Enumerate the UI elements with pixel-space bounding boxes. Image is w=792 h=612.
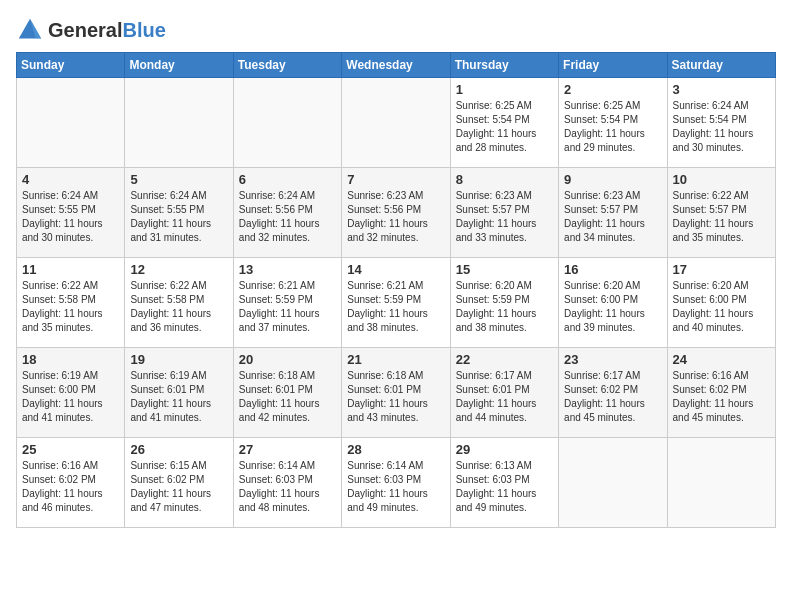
day-number: 14 (347, 262, 444, 277)
day-info: Sunrise: 6:24 AM Sunset: 5:55 PM Dayligh… (130, 189, 227, 245)
day-header-sunday: Sunday (17, 53, 125, 78)
logo-text: GeneralBlue (48, 19, 166, 41)
day-number: 2 (564, 82, 661, 97)
day-info: Sunrise: 6:23 AM Sunset: 5:56 PM Dayligh… (347, 189, 444, 245)
day-info: Sunrise: 6:14 AM Sunset: 6:03 PM Dayligh… (347, 459, 444, 515)
calendar-cell: 13Sunrise: 6:21 AM Sunset: 5:59 PM Dayli… (233, 258, 341, 348)
day-header-saturday: Saturday (667, 53, 775, 78)
logo: GeneralBlue (16, 16, 166, 44)
day-number: 8 (456, 172, 553, 187)
day-number: 15 (456, 262, 553, 277)
day-number: 3 (673, 82, 770, 97)
day-info: Sunrise: 6:13 AM Sunset: 6:03 PM Dayligh… (456, 459, 553, 515)
day-number: 20 (239, 352, 336, 367)
calendar-cell: 15Sunrise: 6:20 AM Sunset: 5:59 PM Dayli… (450, 258, 558, 348)
calendar-cell: 1Sunrise: 6:25 AM Sunset: 5:54 PM Daylig… (450, 78, 558, 168)
day-header-thursday: Thursday (450, 53, 558, 78)
day-info: Sunrise: 6:18 AM Sunset: 6:01 PM Dayligh… (347, 369, 444, 425)
calendar-cell: 6Sunrise: 6:24 AM Sunset: 5:56 PM Daylig… (233, 168, 341, 258)
day-number: 7 (347, 172, 444, 187)
day-info: Sunrise: 6:20 AM Sunset: 5:59 PM Dayligh… (456, 279, 553, 335)
day-number: 19 (130, 352, 227, 367)
calendar-cell: 23Sunrise: 6:17 AM Sunset: 6:02 PM Dayli… (559, 348, 667, 438)
calendar-cell: 8Sunrise: 6:23 AM Sunset: 5:57 PM Daylig… (450, 168, 558, 258)
calendar-cell: 5Sunrise: 6:24 AM Sunset: 5:55 PM Daylig… (125, 168, 233, 258)
day-info: Sunrise: 6:24 AM Sunset: 5:56 PM Dayligh… (239, 189, 336, 245)
calendar-cell: 24Sunrise: 6:16 AM Sunset: 6:02 PM Dayli… (667, 348, 775, 438)
calendar-cell: 18Sunrise: 6:19 AM Sunset: 6:00 PM Dayli… (17, 348, 125, 438)
day-header-monday: Monday (125, 53, 233, 78)
day-number: 9 (564, 172, 661, 187)
day-info: Sunrise: 6:21 AM Sunset: 5:59 PM Dayligh… (347, 279, 444, 335)
day-number: 10 (673, 172, 770, 187)
calendar-cell: 28Sunrise: 6:14 AM Sunset: 6:03 PM Dayli… (342, 438, 450, 528)
calendar-week-2: 4Sunrise: 6:24 AM Sunset: 5:55 PM Daylig… (17, 168, 776, 258)
page-header: GeneralBlue (16, 16, 776, 44)
day-number: 13 (239, 262, 336, 277)
calendar-cell: 19Sunrise: 6:19 AM Sunset: 6:01 PM Dayli… (125, 348, 233, 438)
calendar-cell: 7Sunrise: 6:23 AM Sunset: 5:56 PM Daylig… (342, 168, 450, 258)
day-info: Sunrise: 6:22 AM Sunset: 5:58 PM Dayligh… (130, 279, 227, 335)
day-info: Sunrise: 6:21 AM Sunset: 5:59 PM Dayligh… (239, 279, 336, 335)
day-number: 17 (673, 262, 770, 277)
day-info: Sunrise: 6:17 AM Sunset: 6:01 PM Dayligh… (456, 369, 553, 425)
day-info: Sunrise: 6:19 AM Sunset: 6:00 PM Dayligh… (22, 369, 119, 425)
logo-icon (16, 16, 44, 44)
day-number: 23 (564, 352, 661, 367)
calendar-cell (125, 78, 233, 168)
calendar-week-3: 11Sunrise: 6:22 AM Sunset: 5:58 PM Dayli… (17, 258, 776, 348)
calendar-cell: 17Sunrise: 6:20 AM Sunset: 6:00 PM Dayli… (667, 258, 775, 348)
calendar-cell: 9Sunrise: 6:23 AM Sunset: 5:57 PM Daylig… (559, 168, 667, 258)
calendar-cell (667, 438, 775, 528)
day-number: 22 (456, 352, 553, 367)
calendar-cell: 10Sunrise: 6:22 AM Sunset: 5:57 PM Dayli… (667, 168, 775, 258)
calendar-week-4: 18Sunrise: 6:19 AM Sunset: 6:00 PM Dayli… (17, 348, 776, 438)
calendar-cell: 14Sunrise: 6:21 AM Sunset: 5:59 PM Dayli… (342, 258, 450, 348)
day-info: Sunrise: 6:14 AM Sunset: 6:03 PM Dayligh… (239, 459, 336, 515)
day-number: 29 (456, 442, 553, 457)
calendar-cell (17, 78, 125, 168)
calendar-cell (559, 438, 667, 528)
day-info: Sunrise: 6:15 AM Sunset: 6:02 PM Dayligh… (130, 459, 227, 515)
day-number: 27 (239, 442, 336, 457)
calendar-cell: 22Sunrise: 6:17 AM Sunset: 6:01 PM Dayli… (450, 348, 558, 438)
day-info: Sunrise: 6:25 AM Sunset: 5:54 PM Dayligh… (564, 99, 661, 155)
calendar-cell: 16Sunrise: 6:20 AM Sunset: 6:00 PM Dayli… (559, 258, 667, 348)
day-info: Sunrise: 6:24 AM Sunset: 5:54 PM Dayligh… (673, 99, 770, 155)
day-info: Sunrise: 6:23 AM Sunset: 5:57 PM Dayligh… (456, 189, 553, 245)
day-info: Sunrise: 6:23 AM Sunset: 5:57 PM Dayligh… (564, 189, 661, 245)
day-info: Sunrise: 6:20 AM Sunset: 6:00 PM Dayligh… (564, 279, 661, 335)
calendar-cell: 25Sunrise: 6:16 AM Sunset: 6:02 PM Dayli… (17, 438, 125, 528)
calendar-cell: 27Sunrise: 6:14 AM Sunset: 6:03 PM Dayli… (233, 438, 341, 528)
day-info: Sunrise: 6:25 AM Sunset: 5:54 PM Dayligh… (456, 99, 553, 155)
day-info: Sunrise: 6:16 AM Sunset: 6:02 PM Dayligh… (673, 369, 770, 425)
day-number: 26 (130, 442, 227, 457)
day-info: Sunrise: 6:22 AM Sunset: 5:57 PM Dayligh… (673, 189, 770, 245)
day-number: 18 (22, 352, 119, 367)
calendar-week-5: 25Sunrise: 6:16 AM Sunset: 6:02 PM Dayli… (17, 438, 776, 528)
day-info: Sunrise: 6:19 AM Sunset: 6:01 PM Dayligh… (130, 369, 227, 425)
calendar-cell (233, 78, 341, 168)
day-header-tuesday: Tuesday (233, 53, 341, 78)
day-info: Sunrise: 6:24 AM Sunset: 5:55 PM Dayligh… (22, 189, 119, 245)
day-number: 12 (130, 262, 227, 277)
calendar-table: SundayMondayTuesdayWednesdayThursdayFrid… (16, 52, 776, 528)
day-info: Sunrise: 6:20 AM Sunset: 6:00 PM Dayligh… (673, 279, 770, 335)
calendar-cell: 11Sunrise: 6:22 AM Sunset: 5:58 PM Dayli… (17, 258, 125, 348)
calendar-header-row: SundayMondayTuesdayWednesdayThursdayFrid… (17, 53, 776, 78)
day-number: 4 (22, 172, 119, 187)
calendar-cell (342, 78, 450, 168)
day-number: 6 (239, 172, 336, 187)
calendar-cell: 20Sunrise: 6:18 AM Sunset: 6:01 PM Dayli… (233, 348, 341, 438)
calendar-week-1: 1Sunrise: 6:25 AM Sunset: 5:54 PM Daylig… (17, 78, 776, 168)
day-info: Sunrise: 6:22 AM Sunset: 5:58 PM Dayligh… (22, 279, 119, 335)
day-header-friday: Friday (559, 53, 667, 78)
day-info: Sunrise: 6:18 AM Sunset: 6:01 PM Dayligh… (239, 369, 336, 425)
calendar-cell: 2Sunrise: 6:25 AM Sunset: 5:54 PM Daylig… (559, 78, 667, 168)
calendar-cell: 26Sunrise: 6:15 AM Sunset: 6:02 PM Dayli… (125, 438, 233, 528)
calendar-cell: 21Sunrise: 6:18 AM Sunset: 6:01 PM Dayli… (342, 348, 450, 438)
day-number: 11 (22, 262, 119, 277)
day-header-wednesday: Wednesday (342, 53, 450, 78)
day-number: 21 (347, 352, 444, 367)
day-number: 28 (347, 442, 444, 457)
